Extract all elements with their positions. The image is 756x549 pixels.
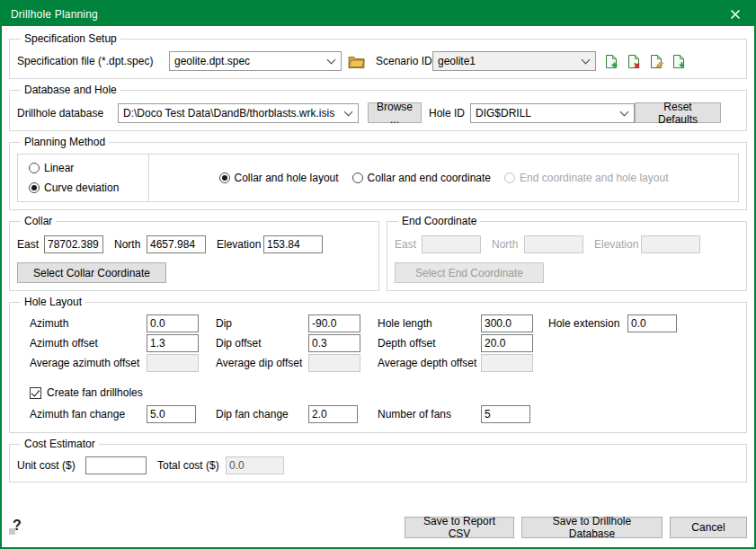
window-title: Drillhole Planning bbox=[11, 8, 725, 21]
hole-extension-input[interactable] bbox=[627, 314, 677, 332]
radio-icon bbox=[504, 173, 515, 183]
scenario-save-icon[interactable] bbox=[670, 52, 688, 70]
create-fan-drillholes-label: Create fan drillholes bbox=[47, 386, 143, 399]
scenario-edit-icon[interactable] bbox=[647, 52, 665, 70]
radio-collar-and-hole-layout-label: Collar and hole layout bbox=[235, 172, 339, 184]
dip-fan-change-input[interactable] bbox=[308, 405, 358, 423]
cancel-button[interactable]: Cancel bbox=[670, 517, 747, 538]
database-and-hole-group: Database and Hole Drillhole database D:\… bbox=[9, 84, 747, 131]
drillhole-database-label: Drillhole database bbox=[17, 107, 118, 120]
create-fan-drillholes-checkbox[interactable]: Create fan drillholes bbox=[30, 386, 143, 399]
end-north-label: North bbox=[492, 238, 524, 251]
radio-collar-and-hole-layout[interactable]: Collar and hole layout bbox=[219, 172, 339, 184]
cost-estimator-title: Cost Estimator bbox=[21, 438, 99, 450]
collar-north-label: North bbox=[114, 238, 147, 251]
spec-file-combobox[interactable]: geolite.dpt.spec bbox=[169, 51, 342, 71]
dialog-content: Specification Setup Specification file (… bbox=[2, 26, 754, 547]
scenario-new-icon[interactable] bbox=[602, 52, 620, 70]
drillhole-planning-dialog: Drillhole Planning Specification Setup S… bbox=[0, 0, 756, 549]
number-of-fans-label: Number of fans bbox=[378, 408, 481, 421]
radio-icon bbox=[219, 173, 230, 183]
dip-input[interactable] bbox=[308, 314, 360, 332]
chevron-down-icon bbox=[342, 107, 355, 120]
hole-id-value: DIG$DRILL bbox=[476, 107, 618, 120]
azimuth-offset-input[interactable] bbox=[147, 334, 199, 352]
end-north-input bbox=[524, 235, 583, 253]
help-icon[interactable]: ? bbox=[9, 518, 25, 536]
scenario-id-combobox[interactable]: geolite1 bbox=[432, 51, 596, 71]
radio-icon bbox=[29, 182, 40, 193]
average-dip-offset-label: Average dip offset bbox=[216, 357, 308, 369]
titlebar: Drillhole Planning bbox=[2, 2, 754, 26]
scenario-toolbar bbox=[602, 52, 688, 70]
unit-cost-input[interactable] bbox=[85, 456, 147, 474]
hole-id-label: Hole ID bbox=[429, 107, 470, 120]
radio-collar-and-end-coordinate-label: Collar and end coordinate bbox=[368, 172, 491, 184]
scenario-id-label: Scenario ID bbox=[376, 55, 432, 67]
hole-layout-group: Hole Layout Azimuth Dip Hole length Hole… bbox=[9, 296, 747, 433]
spec-file-label: Specification file (*.dpt.spec) bbox=[17, 55, 169, 67]
end-coordinate-title: End Coordinate bbox=[398, 215, 480, 227]
end-elevation-label: Elevation bbox=[594, 238, 641, 251]
depth-offset-label: Depth offset bbox=[378, 337, 481, 350]
help-glyph: ? bbox=[13, 518, 22, 534]
footer: ? Save to Report CSV Save to Drillhole D… bbox=[9, 513, 747, 540]
azimuth-label: Azimuth bbox=[30, 317, 147, 330]
scenario-delete-icon[interactable] bbox=[625, 52, 643, 70]
dip-offset-input[interactable] bbox=[308, 334, 360, 352]
planning-method-box: Linear Curve deviation Collar and hole l… bbox=[17, 154, 739, 202]
radio-end-coordinate-and-hole-layout: End coordinate and hole layout bbox=[504, 172, 668, 184]
radio-curve-deviation-label: Curve deviation bbox=[44, 182, 119, 194]
average-depth-offset-label: Average depth offset bbox=[378, 357, 481, 369]
radio-linear[interactable]: Linear bbox=[29, 162, 138, 174]
drillhole-database-combobox[interactable]: D:\Doco Test Data\DandB/thorblasts.wrk.i… bbox=[118, 103, 359, 123]
collar-north-input[interactable] bbox=[147, 235, 206, 253]
cost-estimator-group: Cost Estimator Unit cost ($) Total cost … bbox=[9, 438, 747, 483]
database-and-hole-title: Database and Hole bbox=[21, 84, 120, 96]
azimuth-fan-change-input[interactable] bbox=[147, 405, 196, 423]
hole-id-combobox[interactable]: DIG$DRILL bbox=[470, 103, 635, 123]
open-folder-icon[interactable] bbox=[347, 52, 365, 70]
save-to-report-csv-button[interactable]: Save to Report CSV bbox=[405, 517, 514, 538]
select-end-coordinate-button: Select End Coordinate bbox=[395, 262, 544, 283]
collar-elevation-input[interactable] bbox=[263, 235, 323, 253]
footer-buttons: Save to Report CSV Save to Drillhole Dat… bbox=[405, 517, 747, 538]
radio-end-coordinate-and-hole-layout-label: End coordinate and hole layout bbox=[520, 172, 668, 184]
number-of-fans-input[interactable] bbox=[481, 405, 530, 423]
spec-file-value: geolite.dpt.spec bbox=[174, 55, 325, 67]
collar-east-label: East bbox=[17, 238, 44, 251]
average-depth-offset-input bbox=[481, 354, 533, 372]
radio-icon bbox=[29, 163, 40, 173]
radio-collar-and-end-coordinate[interactable]: Collar and end coordinate bbox=[352, 172, 491, 184]
radio-curve-deviation[interactable]: Curve deviation bbox=[29, 182, 138, 194]
total-cost-input bbox=[226, 456, 284, 474]
dip-fan-change-label: Dip fan change bbox=[216, 408, 308, 421]
coordinate-groups: Collar East North Elevation Select Colla… bbox=[9, 215, 747, 296]
close-icon[interactable] bbox=[725, 4, 745, 24]
reset-defaults-button[interactable]: Reset Defaults bbox=[635, 102, 721, 123]
azimuth-input[interactable] bbox=[147, 314, 199, 332]
hole-length-input[interactable] bbox=[481, 314, 533, 332]
checkbox-icon bbox=[30, 387, 41, 399]
dip-label: Dip bbox=[216, 317, 308, 330]
average-dip-offset-input bbox=[308, 354, 360, 372]
hole-length-label: Hole length bbox=[378, 317, 481, 330]
radio-linear-label: Linear bbox=[44, 162, 74, 174]
planning-method-title: Planning Method bbox=[21, 136, 109, 148]
deviation-options: Linear Curve deviation bbox=[18, 155, 149, 201]
planning-method-group: Planning Method Linear Curve deviation bbox=[9, 136, 747, 210]
drillhole-database-value: D:\Doco Test Data\DandB/thorblasts.wrk.i… bbox=[123, 107, 342, 120]
hole-layout-title: Hole Layout bbox=[21, 296, 85, 308]
end-east-label: East bbox=[395, 238, 422, 251]
collar-elevation-label: Elevation bbox=[217, 238, 263, 251]
azimuth-offset-label: Azimuth offset bbox=[30, 337, 147, 350]
save-to-drillhole-database-button[interactable]: Save to Drillhole Database bbox=[521, 517, 663, 538]
browse-button[interactable]: Browse ... bbox=[368, 102, 422, 123]
select-collar-coordinate-button[interactable]: Select Collar Coordinate bbox=[17, 262, 166, 283]
collar-east-input[interactable] bbox=[44, 235, 103, 253]
depth-offset-input[interactable] bbox=[481, 334, 533, 352]
specification-setup-title: Specification Setup bbox=[21, 32, 120, 45]
method-options: Collar and hole layout Collar and end co… bbox=[149, 155, 738, 201]
hole-extension-label: Hole extension bbox=[548, 317, 627, 330]
average-azimuth-offset-label: Average azimuth offset bbox=[30, 357, 147, 369]
